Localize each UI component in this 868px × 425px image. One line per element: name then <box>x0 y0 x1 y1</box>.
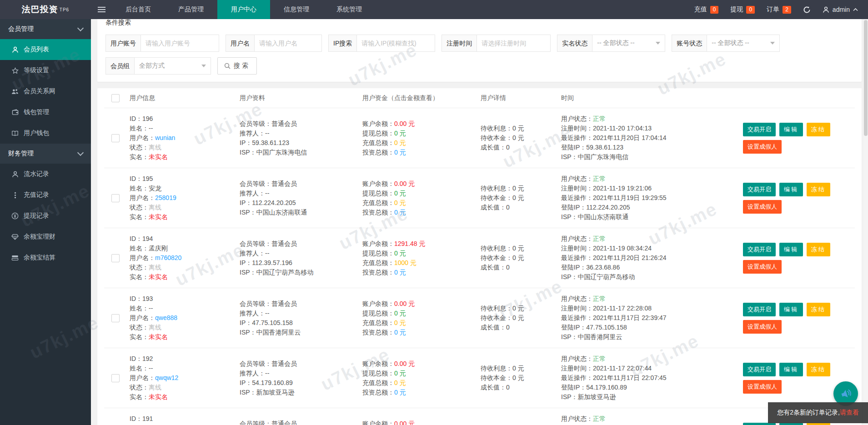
user-name: -- <box>149 125 153 132</box>
recharge-total-amount[interactable]: 0 元 <box>394 379 406 386</box>
freeze-button[interactable]: 冻结 <box>807 123 830 136</box>
table-row: ID：191 姓名：邓朝玉 用户名：oopy233 状态：离线 实名：未实名 会… <box>104 408 855 425</box>
sidebar-item-yuebao-settle[interactable]: 余额宝结算 <box>0 247 91 268</box>
row-checkbox[interactable] <box>111 134 120 142</box>
nav-item-dashboard[interactable]: 后台首页 <box>112 0 165 19</box>
cell-user-funds: 账户余额：0.00 元 提现总额：0 元 充值总额：0 元 投资总额：0 元 <box>362 299 481 337</box>
pending-principal: 0 元 <box>512 374 524 381</box>
sidebar-item-level-settings[interactable]: 等级设置 <box>0 60 91 81</box>
withdraw-quick-link[interactable]: 提现 0 <box>730 5 755 14</box>
gem-icon <box>11 233 19 241</box>
menu-toggle-icon[interactable] <box>91 0 112 19</box>
username-input[interactable] <box>255 35 322 52</box>
ip-search-input[interactable] <box>357 35 435 52</box>
invest-total-amount[interactable]: 0 元 <box>394 269 406 276</box>
nav-item-products[interactable]: 产品管理 <box>165 0 217 19</box>
edit-button[interactable]: 编辑 <box>779 303 803 316</box>
select-all-checkbox[interactable] <box>111 94 120 102</box>
sidebar-item-user-wallet[interactable]: 用户钱包 <box>0 123 91 144</box>
sidebar-item-yuebao-invest[interactable]: 余额宝理财 <box>0 226 91 247</box>
row-checkbox[interactable] <box>111 314 120 322</box>
withdraw-total-amount[interactable]: 0 元 <box>394 250 406 257</box>
sidebar-item-wallet-management[interactable]: 钱包管理 <box>0 102 91 123</box>
freeze-button[interactable]: 冻结 <box>807 303 830 316</box>
edit-button[interactable]: 编辑 <box>779 243 803 256</box>
register-time: 2021-11-17 22:07:44 <box>593 365 652 372</box>
register-time: 2021-11-19 19:21:06 <box>593 185 652 192</box>
set-fake-user-button[interactable]: 设置成假人 <box>743 260 782 274</box>
sidebar-item-label: 充值记录 <box>24 191 49 199</box>
freeze-button[interactable]: 冻结 <box>807 183 830 196</box>
register-isp: 中国香港阿里云 <box>256 329 301 336</box>
trade-toggle-button[interactable]: 交易开启 <box>743 183 776 196</box>
set-fake-user-button[interactable]: 设置成假人 <box>743 140 782 154</box>
balance-amount[interactable]: 0.00 元 <box>394 360 415 367</box>
pending-interest: 0 元 <box>512 305 524 312</box>
orders-quick-link[interactable]: 订单 2 <box>767 5 791 14</box>
cell-time: 用户状态：正常 注册时间：2021-11-17 22:28:08 最近操作：20… <box>561 294 743 342</box>
realname-status-select[interactable]: -- 全部状态 -- <box>592 35 665 52</box>
balance-amount[interactable]: 0.00 元 <box>394 120 415 127</box>
sidebar-item-flow-records[interactable]: 流水记录 <box>0 164 91 185</box>
recharge-quick-link[interactable]: 充值 0 <box>694 5 719 14</box>
freeze-button[interactable]: 冻结 <box>807 363 830 376</box>
row-checkbox[interactable] <box>111 194 120 202</box>
sidebar-item-recharge-records[interactable]: 充值记录 <box>0 185 91 205</box>
user-menu[interactable]: admin <box>823 6 858 13</box>
balance-amount[interactable]: 0.00 元 <box>394 180 415 187</box>
withdraw-total-amount[interactable]: 0 元 <box>394 370 406 377</box>
nav-item-info[interactable]: 信息管理 <box>270 0 323 19</box>
sidebar-group-member-management[interactable]: 会员管理 <box>0 19 91 39</box>
withdraw-total-amount[interactable]: 0 元 <box>394 190 406 197</box>
recharge-total-amount[interactable]: 0 元 <box>394 199 406 206</box>
nav-item-user-center[interactable]: 用户中心 <box>217 0 270 19</box>
invest-total-amount[interactable]: 0 元 <box>394 209 406 216</box>
row-checkbox[interactable] <box>111 374 120 382</box>
edit-button[interactable]: 编辑 <box>779 183 803 196</box>
cell-user-funds: 账户余额：0.00 元 提现总额：0 元 充值总额：0 元 投资总额：0 元 <box>362 179 481 217</box>
edit-button[interactable]: 编辑 <box>779 123 803 136</box>
sidebar: 会员管理 会员列表 等级设置 会员关系网 钱包管理 用户钱包 财务管理 流水记录… <box>0 19 91 425</box>
sidebar-item-withdraw-records[interactable]: 提现记录 <box>0 205 91 226</box>
sidebar-item-member-network[interactable]: 会员关系网 <box>0 81 91 102</box>
trade-toggle-button[interactable]: 交易开启 <box>743 123 776 136</box>
trade-toggle-button[interactable]: 交易开启 <box>743 243 776 256</box>
reg-time-input[interactable] <box>477 35 551 52</box>
recharge-total-amount[interactable]: 0 元 <box>394 139 406 146</box>
row-checkbox[interactable] <box>111 254 120 262</box>
sidebar-group-finance-management[interactable]: 财务管理 <box>0 144 91 164</box>
toast-view-link[interactable]: 请查看 <box>840 409 859 416</box>
account-status-select[interactable]: -- 全部状态 -- <box>707 35 780 52</box>
withdraw-total-amount[interactable]: 0 元 <box>394 310 406 317</box>
user-name: 孟庆刚 <box>149 245 168 252</box>
refresh-icon[interactable] <box>803 6 811 14</box>
invest-total-amount[interactable]: 0 元 <box>394 389 406 396</box>
balance-amount[interactable]: 1291.48 元 <box>394 240 426 247</box>
scrollbar-thumb[interactable] <box>864 20 868 136</box>
recharge-total-amount[interactable]: 1000 元 <box>394 259 416 266</box>
invest-total-amount[interactable]: 0 元 <box>394 329 406 336</box>
username-link[interactable]: qwqw12 <box>155 374 178 381</box>
recharge-total-amount[interactable]: 0 元 <box>394 319 406 326</box>
set-fake-user-button[interactable]: 设置成假人 <box>743 200 782 214</box>
username-link[interactable]: m760820 <box>155 254 181 261</box>
trade-toggle-button[interactable]: 交易开启 <box>743 363 776 376</box>
freeze-button[interactable]: 冻结 <box>807 243 830 256</box>
invest-total-amount[interactable]: 0 元 <box>394 149 406 156</box>
trade-toggle-button[interactable]: 交易开启 <box>743 303 776 316</box>
balance-amount[interactable]: 0.00 元 <box>394 300 415 307</box>
username-link[interactable]: qwe888 <box>155 314 177 321</box>
account-input[interactable] <box>141 35 219 52</box>
set-fake-user-button[interactable]: 设置成假人 <box>743 320 782 334</box>
account-filter-label: 用户账号 <box>105 35 141 52</box>
member-group-select[interactable]: 全部方式 <box>135 57 211 75</box>
withdraw-total-amount[interactable]: 0 元 <box>394 130 406 137</box>
balance-amount[interactable]: 0.00 元 <box>394 420 415 425</box>
nav-item-system[interactable]: 系统管理 <box>323 0 376 19</box>
username-link[interactable]: 258019 <box>155 194 176 201</box>
search-button[interactable]: 搜索 <box>217 57 257 75</box>
sidebar-item-member-list[interactable]: 会员列表 <box>0 39 91 60</box>
edit-button[interactable]: 编辑 <box>779 363 803 376</box>
username-link[interactable]: wunian <box>155 134 175 141</box>
set-fake-user-button[interactable]: 设置成假人 <box>743 380 782 394</box>
